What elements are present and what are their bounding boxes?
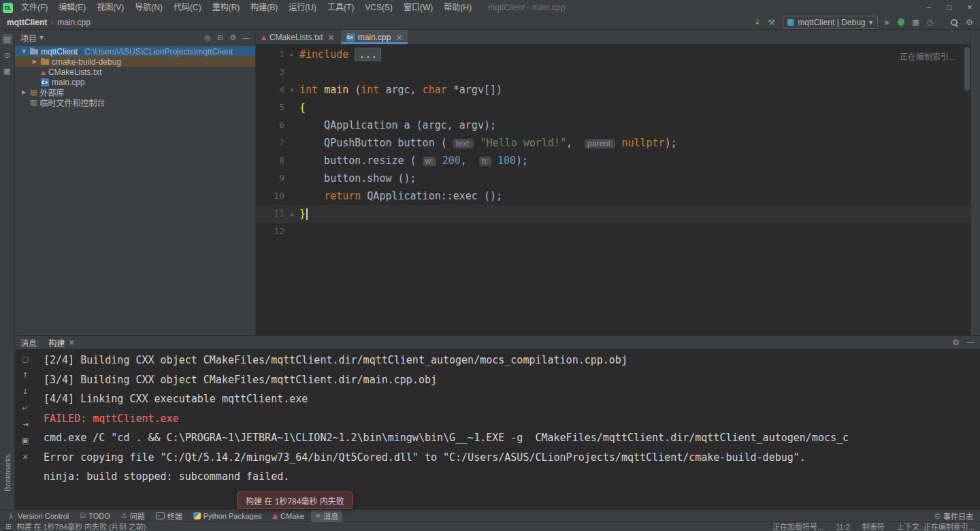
tool-window-tab[interactable]: Python Packages bbox=[189, 511, 266, 521]
coverage-icon[interactable]: ▦ bbox=[912, 18, 919, 27]
tool-window-tab[interactable]: ▲CMake bbox=[268, 511, 308, 521]
locate-icon[interactable]: ◎ bbox=[204, 33, 211, 42]
console-line: [2/4] Building CXX object CMakeFiles/mqt… bbox=[44, 351, 980, 370]
tree-row[interactable]: ▥临时文件和控制台 bbox=[15, 97, 255, 108]
soft-wrap-icon[interactable]: ↵ bbox=[22, 404, 28, 413]
tree-row[interactable]: ▼mqttClientC:\Users\ASUS\CLionProjects\m… bbox=[15, 46, 255, 57]
project-icon[interactable]: ▤ bbox=[2, 34, 12, 44]
chevron-down-icon[interactable]: ▾ bbox=[39, 33, 44, 42]
menu-item[interactable]: 编辑(E) bbox=[53, 0, 91, 15]
editor-tab[interactable]: ▲CMakeLists.txt× bbox=[256, 30, 341, 44]
structure-icon[interactable]: ▦ bbox=[3, 67, 10, 76]
minimize-icon[interactable]: – bbox=[919, 0, 939, 15]
menu-item[interactable]: 构建(B) bbox=[245, 0, 283, 15]
scrollbar-thumb[interactable] bbox=[964, 47, 970, 91]
code-editor[interactable]: 1▸#include ...34▾int main (int argc, cha… bbox=[256, 45, 970, 335]
scroll-end-icon[interactable]: ⇥ bbox=[22, 420, 28, 429]
build-failed-balloon[interactable]: 构建 在 1秒784毫秒 内失败 bbox=[237, 492, 353, 509]
event-log-button[interactable]: ◴ 事件日志 bbox=[934, 511, 976, 521]
build-output[interactable]: [2/4] Building CXX object CMakeFiles/mqt… bbox=[35, 349, 980, 509]
tree-label: mqttClient bbox=[41, 47, 78, 57]
down-icon[interactable]: ↓ bbox=[22, 387, 28, 396]
bookmarks-tool-button[interactable]: Bookmarks bbox=[3, 454, 12, 492]
menu-item[interactable]: 代码(C) bbox=[168, 0, 207, 15]
tree-expand-icon[interactable]: ▼ bbox=[20, 48, 27, 54]
hammer-icon[interactable]: ⚒ bbox=[768, 18, 776, 27]
tool-window-tab-label: CMake bbox=[280, 512, 304, 520]
code-text: button.resize ( w: 200, h: 100); bbox=[299, 152, 528, 170]
run-config-select[interactable]: mqttClient | Debug ▾ bbox=[783, 16, 877, 29]
project-tree[interactable]: ▼mqttClientC:\Users\ASUS\CLionProjects\m… bbox=[15, 45, 255, 108]
tool-window-switcher-icon[interactable]: ⊞ bbox=[5, 522, 11, 531]
cpp-icon bbox=[41, 78, 49, 86]
caret-position[interactable]: 11:2 bbox=[836, 522, 850, 531]
project-panel-title[interactable]: 项目 bbox=[20, 32, 37, 44]
collapse-icon[interactable]: ⊟ bbox=[217, 33, 223, 42]
titlebar: CL 文件(F)编辑(E)视图(V)导航(N)代码(C)重构(R)构建(B)运行… bbox=[0, 0, 980, 15]
menu-item[interactable]: 运行(U) bbox=[283, 0, 322, 15]
run-icon[interactable]: ▶ bbox=[885, 18, 891, 26]
fold-marker-icon[interactable]: ▾ bbox=[284, 81, 299, 99]
close-icon[interactable]: × bbox=[395, 33, 402, 42]
menu-item[interactable]: 帮助(H) bbox=[438, 0, 477, 15]
tool-window-tab-label: TODO bbox=[88, 512, 110, 520]
up-icon[interactable]: ↑ bbox=[22, 371, 28, 380]
breadcrumb-project[interactable]: mqttClient bbox=[7, 18, 47, 27]
menu-item[interactable]: 视图(V) bbox=[91, 0, 129, 15]
debug-icon[interactable] bbox=[898, 18, 904, 26]
vcs-update-icon[interactable]: ↓ bbox=[754, 18, 760, 27]
tool-window-tab[interactable]: ☑TODO bbox=[76, 511, 114, 521]
console-line: [4/4] Linking CXX executable mqttClient.… bbox=[44, 389, 980, 409]
menu-item[interactable]: VCS(S) bbox=[359, 0, 398, 15]
settings-icon[interactable]: ⚙ bbox=[229, 33, 236, 42]
build-tab[interactable]: 构建 × bbox=[46, 337, 78, 349]
fold-marker-icon[interactable]: ▴ bbox=[284, 205, 299, 223]
nav-right-icons: ⚙ bbox=[950, 18, 973, 27]
menu-item[interactable]: 窗口(W) bbox=[398, 0, 438, 15]
line-number: 9 bbox=[256, 170, 284, 187]
fold-marker-icon[interactable]: ▸ bbox=[284, 46, 299, 63]
menu-item[interactable]: 重构(R) bbox=[207, 0, 246, 15]
settings-icon[interactable]: ⚙ bbox=[966, 18, 973, 27]
search-icon[interactable] bbox=[950, 18, 958, 27]
maximize-icon[interactable]: □ bbox=[939, 0, 960, 15]
menu-item[interactable]: 工具(T) bbox=[322, 0, 359, 15]
indexing-status: 正在编制索引... bbox=[900, 50, 956, 62]
breadcrumb-file[interactable]: main.cpp bbox=[57, 18, 91, 27]
code-text: return QApplication::exec (); bbox=[299, 187, 502, 205]
close-icon[interactable]: × bbox=[960, 0, 980, 15]
tree-row[interactable]: main.cpp bbox=[15, 77, 255, 87]
line-number: 12 bbox=[256, 223, 284, 240]
close-icon[interactable]: × bbox=[68, 338, 75, 347]
tool-window-tab[interactable]: ≡消息 bbox=[311, 510, 342, 522]
app-logo: CL bbox=[3, 3, 13, 13]
profiler-icon[interactable]: ◷ bbox=[927, 18, 934, 27]
close-icon[interactable]: × bbox=[328, 33, 335, 42]
clear-icon[interactable]: ✕ bbox=[22, 453, 28, 462]
tree-row[interactable]: ▶▤外部库 bbox=[15, 87, 255, 97]
tree-expand-icon[interactable]: ▶ bbox=[20, 89, 27, 95]
code-text: QApplication a (argc, argv); bbox=[299, 116, 496, 134]
print-icon[interactable]: ▣ bbox=[22, 436, 29, 445]
settings-icon[interactable]: ⚙ bbox=[952, 338, 960, 347]
editor-scrollbar[interactable] bbox=[964, 45, 970, 335]
commit-icon[interactable]: ⊙ bbox=[4, 51, 10, 60]
hide-icon[interactable]: — bbox=[242, 33, 250, 42]
editor-tab[interactable]: main.cpp× bbox=[341, 30, 409, 44]
tree-expand-icon[interactable]: ▶ bbox=[31, 59, 38, 65]
tool-window-tab[interactable]: 终端 bbox=[152, 510, 186, 522]
indent-indicator[interactable]: 制表符 bbox=[862, 522, 885, 531]
code-line: 6 QApplication a (argc, argv); bbox=[256, 116, 970, 134]
menu-item[interactable]: 文件(F) bbox=[16, 0, 53, 15]
menu-item[interactable]: 导航(N) bbox=[129, 0, 168, 15]
tree-row[interactable]: ▶cmake-build-debug bbox=[15, 57, 255, 67]
tool-window-tab[interactable]: ⚠问题 bbox=[117, 510, 149, 522]
fold-marker-icon bbox=[284, 63, 299, 81]
tree-row[interactable]: ▲CMakeLists.txt bbox=[15, 67, 255, 77]
hide-icon[interactable]: — bbox=[966, 338, 975, 347]
cmake-icon: ▲ bbox=[261, 34, 266, 41]
code-line: 7 QPushButton button ( text: "Hello worl… bbox=[256, 134, 970, 152]
tool-window-tab[interactable]: Version Control bbox=[4, 511, 73, 521]
pin-icon[interactable]: ▢ bbox=[22, 355, 29, 364]
folder-excluded-icon bbox=[41, 59, 49, 65]
